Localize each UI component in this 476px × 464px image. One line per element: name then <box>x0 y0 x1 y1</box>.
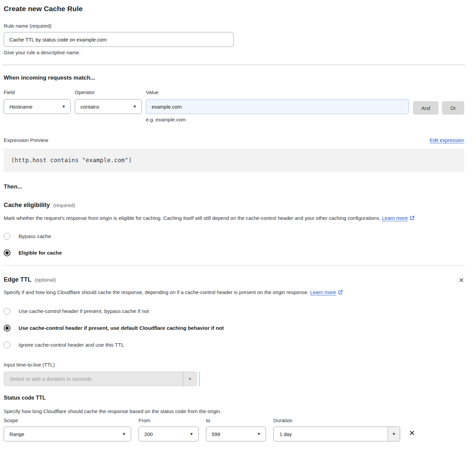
expression-code: (http.host contains "example.com") <box>11 157 132 164</box>
from-select-value: 200 <box>144 431 153 437</box>
duration-select-value: 1 day <box>274 427 388 441</box>
from-label: From <box>139 417 199 423</box>
radio-use-header-bypass[interactable]: Use cache-control header if present, byp… <box>4 308 464 315</box>
scope-label: Scope <box>4 417 131 423</box>
cache-eligibility-title: Cache eligibility <box>4 202 50 209</box>
radio-selected-icon <box>4 250 10 256</box>
edge-ttl-title: Edge TTL <box>4 276 31 283</box>
operator-label: Operator <box>75 89 142 95</box>
duration-label: Duration <box>273 417 400 423</box>
create-cache-rule-form: Create new Cache Rule Rule name (require… <box>0 0 476 441</box>
optional-badge: (optional) <box>35 277 56 283</box>
chevron-down-icon: ▼ <box>133 104 137 109</box>
edge-ttl-heading: Edge TTL (optional) <box>4 276 56 283</box>
or-button[interactable]: Or <box>442 101 464 115</box>
status-code-ttl-heading: Status code TTL <box>4 395 464 401</box>
field-select[interactable]: Hostname ▼ <box>4 99 71 114</box>
expression-preview-box: (http.host contains "example.com") <box>4 148 464 172</box>
text-caret <box>199 372 200 386</box>
from-select[interactable]: 200 ▼ <box>139 427 199 441</box>
value-help: e.g. example.com <box>146 117 409 122</box>
rule-name-label: Rule name (required) <box>4 23 464 29</box>
cache-eligibility-description: Mark whether the request’s response from… <box>4 213 454 224</box>
ttl-input-label: Input time-to-live (TTL) <box>4 362 464 368</box>
learn-more-link[interactable]: Learn more <box>310 289 343 295</box>
external-link-icon <box>410 216 415 222</box>
then-heading: Then... <box>4 183 464 190</box>
operator-select[interactable]: contains ▼ <box>75 99 142 114</box>
operator-select-value: contains <box>81 104 99 110</box>
duration-select[interactable]: 1 day ▼ <box>273 427 400 441</box>
delete-row-icon[interactable]: ✕ <box>409 430 415 437</box>
scope-select-value: Range <box>9 431 24 437</box>
section-divider <box>3 65 465 65</box>
expression-preview-label: Expression Preview <box>4 137 48 143</box>
to-label: to <box>206 417 266 423</box>
chevron-down-icon[interactable]: ▼ <box>183 372 197 386</box>
radio-use-header-default[interactable]: Use cache-control header if present, use… <box>4 325 464 331</box>
status-code-ttl-description: Specify how long Cloudflare should cache… <box>4 408 464 414</box>
radio-selected-icon <box>4 325 10 331</box>
radio-unselected-icon <box>4 342 10 348</box>
value-input[interactable] <box>146 99 409 114</box>
scope-select[interactable]: Range ▼ <box>4 427 131 441</box>
chevron-down-icon: ▼ <box>189 432 194 436</box>
required-badge: (required) <box>53 202 75 208</box>
edit-expression-link[interactable]: Edit expression <box>429 137 464 143</box>
rule-name-help: Give your rule a descriptive name. <box>4 50 464 55</box>
to-select-value: 599 <box>212 431 220 437</box>
ttl-duration-select[interactable]: Select or add a duration in seconds ▼ <box>4 372 197 386</box>
match-heading: When incoming requests match... <box>4 75 464 81</box>
page-title: Create new Cache Rule <box>4 5 464 13</box>
external-link-icon <box>338 290 343 296</box>
radio-bypass-cache[interactable]: Bypass cache <box>4 233 464 240</box>
learn-more-link[interactable]: Learn more <box>382 215 415 221</box>
radio-unselected-icon <box>4 308 10 315</box>
chevron-down-icon[interactable]: ▼ <box>388 427 400 441</box>
field-select-value: Hostname <box>9 104 32 110</box>
radio-ignore-header-ttl[interactable]: Ignore cache-control header and use this… <box>4 342 464 348</box>
radio-eligible-for-cache[interactable]: Eligible for cache <box>4 250 464 256</box>
expression-builder-row: Field Hostname ▼ Operator contains ▼ Val… <box>4 89 464 122</box>
rule-name-input[interactable] <box>4 32 234 47</box>
chevron-down-icon: ▼ <box>122 432 126 436</box>
to-select[interactable]: 599 ▼ <box>206 427 266 441</box>
value-label: Value <box>146 89 409 95</box>
cache-eligibility-heading: Cache eligibility (required) <box>4 202 464 209</box>
close-icon[interactable]: ✕ <box>458 277 464 284</box>
chevron-down-icon: ▼ <box>62 104 66 109</box>
chevron-down-icon: ▼ <box>257 432 261 436</box>
field-label: Field <box>4 89 71 95</box>
section-divider <box>3 265 465 265</box>
edge-ttl-description: Specify if and how long Cloudflare shoul… <box>4 288 375 298</box>
status-code-ttl-row: Scope Range ▼ From 200 ▼ to 599 ▼ Durati… <box>4 417 464 441</box>
radio-unselected-icon <box>4 233 10 240</box>
ttl-duration-placeholder: Select or add a duration in seconds <box>4 372 183 386</box>
and-button[interactable]: And <box>413 101 439 115</box>
